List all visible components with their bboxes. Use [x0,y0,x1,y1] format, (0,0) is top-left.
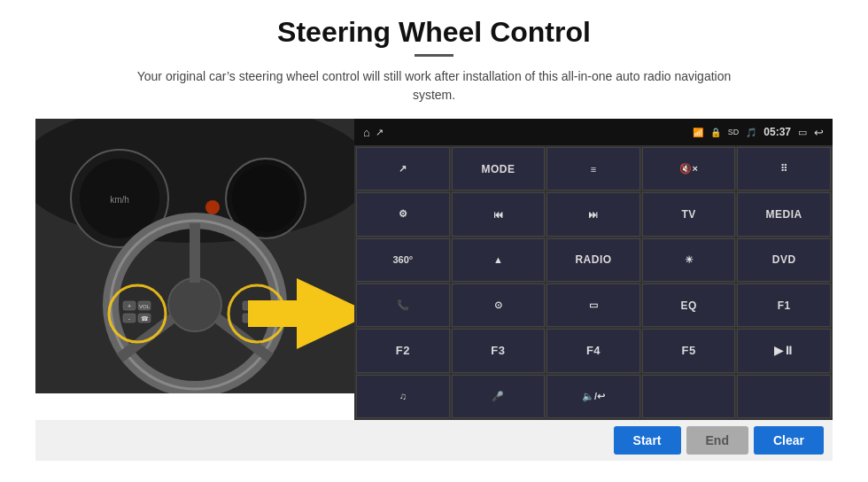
page-title: Steering Wheel Control [277,16,591,49]
time-display: 05:37 [763,126,791,138]
end-button[interactable]: End [686,426,748,455]
grid-button[interactable]: DVD [737,238,831,282]
nav-icon[interactable]: ↗ [376,127,384,138]
car-image: km/h [35,119,354,393]
grid-button[interactable]: ⠿ [737,147,831,190]
button-grid: ↗MODE≡🔇×⠿⚙⏮⏭TVMEDIA360°▲RADIO☀DVD📞⊙▭EQF1… [354,145,833,420]
status-bar: ⌂ ↗ 📶 🔒 SD 🎵 05:37 ▭ ↩ [354,119,833,145]
back-icon[interactable]: ↩ [814,126,824,139]
grid-button[interactable]: ⏭ [546,192,640,236]
action-strip: Start End Clear [35,420,833,461]
svg-text:VOL: VOL [139,304,151,309]
grid-button[interactable]: ▭ [546,284,640,327]
grid-button[interactable]: F4 [546,329,640,372]
grid-button[interactable]: ⚙ [356,192,450,236]
grid-button[interactable]: ⏮ [452,192,546,236]
wifi-icon: 📶 [693,128,703,137]
grid-button[interactable]: F2 [356,329,450,372]
grid-button[interactable]: ▲ [452,238,546,282]
grid-button[interactable]: F1 [737,284,831,327]
grid-button[interactable]: RADIO [546,238,640,282]
main-content: km/h [35,119,833,420]
page-subtitle: Your original car’s steering wheel contr… [133,67,735,105]
svg-text:+: + [128,303,131,309]
grid-button[interactable]: 🔇× [642,147,736,190]
grid-button[interactable] [642,375,736,418]
title-divider [415,54,453,57]
page-container: Steering Wheel Control Your original car… [0,0,868,482]
sd-icon: SD [728,128,740,136]
clear-button[interactable]: Clear [754,426,824,455]
grid-button[interactable]: TV [642,192,736,236]
status-bar-left: ⌂ ↗ [363,126,384,139]
grid-button[interactable]: 📞 [356,284,450,327]
status-bar-right: 📶 🔒 SD 🎵 05:37 ▭ ↩ [693,126,824,139]
grid-button[interactable]: 360° [356,238,450,282]
grid-button[interactable]: F5 [642,329,736,372]
grid-button[interactable]: ↗ [356,147,450,190]
grid-button[interactable]: EQ [642,284,736,327]
grid-button[interactable]: ▶⏸ [737,329,831,372]
grid-button[interactable]: ♫ [356,375,450,418]
svg-point-7 [205,200,220,214]
control-panel: ⌂ ↗ 📶 🔒 SD 🎵 05:37 ▭ ↩ ↗MODE≡🔇×⠿⚙⏮⏭TVMED… [354,119,833,420]
start-button[interactable]: Start [614,426,681,455]
grid-button[interactable]: 🔈/↩ [546,375,640,418]
svg-point-10 [168,278,221,331]
svg-text:☎: ☎ [141,315,149,322]
lock-icon: 🔒 [710,128,721,137]
grid-button[interactable]: 🎤 [452,375,546,418]
grid-button[interactable]: ≡ [546,147,640,190]
grid-button[interactable] [737,375,831,418]
cast-icon: ▭ [798,127,807,138]
grid-button[interactable]: ⊙ [452,284,546,327]
grid-button[interactable]: MODE [452,147,546,190]
home-icon[interactable]: ⌂ [363,126,370,139]
svg-point-6 [232,165,299,232]
grid-button[interactable]: ☀ [642,238,736,282]
grid-button[interactable]: F3 [452,329,546,372]
grid-button[interactable]: MEDIA [737,192,831,236]
svg-text:km/h: km/h [110,195,129,205]
bt-icon: 🎵 [746,128,756,137]
